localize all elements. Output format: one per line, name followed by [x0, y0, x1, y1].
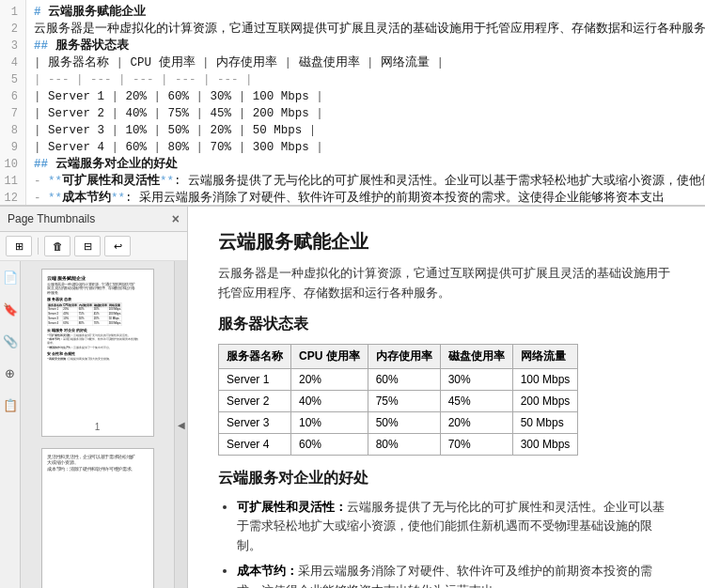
thumbnail-page-2[interactable]: 灵活性和灵活性，企业可以基于需求轻松地扩大或缩小资源。 成本节约：消除了硬件和软…: [41, 448, 154, 588]
thumb-content-1: 云端服务赋能企业 云服务器是一种虚拟化的计算资源，它通过互联网提供可扩展且灵活的…: [46, 273, 140, 363]
sidebar-header: Page Thumbnails ×: [0, 207, 187, 232]
table-cell: Server 3: [219, 411, 291, 433]
table-cell: 10%: [291, 411, 368, 433]
sidebar-toolbar: ⊞ 🗑 ⊟ ↩: [0, 232, 187, 261]
code-line: | 服务器名称 | CPU 使用率 | 内存使用率 | 磁盘使用率 | 网络流量…: [34, 54, 697, 71]
code-line: ## 服务器状态表: [34, 38, 697, 54]
code-area[interactable]: # 云端服务赋能企业云服务器是一种虚拟化的计算资源，它通过互联网提供可扩展且灵活…: [26, 0, 705, 205]
table-row: Server 460%80%70%300 Mbps: [219, 433, 578, 455]
table-cell: 80%: [368, 433, 440, 455]
table-body: Server 120%60%30%100 MbpsServer 240%75%4…: [219, 368, 578, 455]
table-row: Server 310%50%20%50 Mbps: [219, 411, 578, 433]
code-line: | Server 4 | 60% | 80% | 70% | 300 Mbps …: [34, 139, 697, 156]
code-line: | Server 2 | 40% | 75% | 45% | 200 Mbps …: [34, 105, 697, 122]
toolbar-separator: [38, 238, 39, 255]
columns-icon: ⊟: [84, 240, 92, 253]
line-number: 3: [0, 38, 22, 54]
table-cell: 60%: [368, 368, 440, 390]
page-number-1: 1: [46, 422, 149, 432]
preview-intro: 云服务器是一种虚拟化的计算资源，它通过互联网提供可扩展且灵活的基础设施用于托管应…: [218, 264, 675, 303]
benefits-list: 可扩展性和灵活性：云端服务提供了无与伦比的可扩展性和灵活性。企业可以基于需求轻松…: [237, 498, 675, 588]
sidebar-close-button[interactable]: ×: [172, 212, 180, 225]
table-header-cell: 内存使用率: [368, 344, 440, 368]
line-number: 4: [0, 54, 22, 71]
sidebar: Page Thumbnails × ⊞ 🗑 ⊟ ↩: [0, 207, 188, 588]
delete-button[interactable]: 🗑: [44, 236, 70, 256]
table-header-cell: 磁盘使用率: [440, 344, 512, 368]
columns-button[interactable]: ⊟: [74, 236, 101, 256]
line-number: 2: [0, 21, 22, 38]
table-cell: 70%: [440, 433, 512, 455]
preview-table: 服务器名称CPU 使用率内存使用率磁盘使用率网络流量 Server 120%60…: [218, 344, 578, 456]
thumb-content-2: 灵活性和灵活性，企业可以基于需求轻松地扩大或缩小资源。 成本节约：消除了硬件和软…: [46, 453, 140, 474]
line-number: 8: [0, 122, 22, 139]
line-number: 10: [0, 156, 22, 173]
table-header-cell: CPU 使用率: [291, 344, 368, 368]
table-cell: 60%: [291, 433, 368, 455]
code-line: # 云端服务赋能企业: [34, 4, 697, 21]
content-icon[interactable]: 📋: [2, 396, 19, 413]
table-cell: Server 1: [219, 368, 291, 390]
table-cell: 45%: [440, 390, 512, 411]
table-cell: 50 Mbps: [512, 411, 578, 433]
line-number: 9: [0, 139, 22, 156]
thumbnail-page-1[interactable]: 云端服务赋能企业 云服务器是一种虚拟化的计算资源，它通过互联网提供可扩展且灵活的…: [41, 269, 154, 437]
bottom-pane: Page Thumbnails × ⊞ 🗑 ⊟ ↩: [0, 207, 705, 588]
preview-title: 云端服务赋能企业: [218, 229, 675, 255]
thumbnail-inner-2: 灵活性和灵活性，企业可以基于需求轻松地扩大或缩小资源。 成本节约：消除了硬件和软…: [46, 453, 149, 588]
editor-content: 1234567891011121314151617 # 云端服务赋能企业云服务器…: [0, 0, 705, 205]
table-header-row: 服务器名称CPU 使用率内存使用率磁盘使用率网络流量: [219, 344, 578, 368]
code-line: | Server 3 | 10% | 50% | 20% | 50 Mbps |: [34, 122, 697, 139]
table-cell: 20%: [440, 411, 512, 433]
line-number: 7: [0, 105, 22, 122]
sidebar-title: Page Thumbnails: [8, 212, 166, 225]
benefit-item: 成本节约：采用云端服务消除了对硬件、软件许可及维护的前期资本投资的需求。这使得企…: [237, 562, 675, 588]
code-line: 云服务器是一种虚拟化的计算资源，它通过互联网提供可扩展且灵活的基础设施用于托管应…: [34, 21, 697, 38]
table-cell: 40%: [291, 390, 368, 411]
benefit-bold: 可扩展性和灵活性：: [237, 500, 347, 514]
table-row: Server 120%60%30%100 Mbps: [219, 368, 578, 390]
code-line: - **可扩展性和灵活性**: 云端服务提供了无与伦比的可扩展性和灵活性。企业可…: [34, 173, 697, 190]
line-number: 12: [0, 190, 22, 207]
line-number: 6: [0, 88, 22, 105]
line-number: 5: [0, 71, 22, 88]
preview-pane[interactable]: 云端服务赋能企业 云服务器是一种虚拟化的计算资源，它通过互联网提供可扩展且灵活的…: [188, 207, 705, 588]
thumbnail-area[interactable]: 云端服务赋能企业 云服务器是一种虚拟化的计算资源，它通过互联网提供可扩展且灵活的…: [21, 261, 174, 588]
grid-icon: ⊞: [15, 240, 24, 253]
table-cell: Server 4: [219, 433, 291, 455]
table-cell: 50%: [368, 411, 440, 433]
benefits-title: 云端服务对企业的好处: [218, 469, 675, 488]
thumbnail-inner-1: 云端服务赋能企业 云服务器是一种虚拟化的计算资源，它通过互联网提供可扩展且灵活的…: [46, 273, 149, 419]
preview-table-title: 服务器状态表: [218, 315, 675, 334]
sidebar-main: 📄 🔖 📎 ⊕ 📋 云端服务赋能企业 云服务器是一种虚拟化的计算资源，它通过互联…: [0, 261, 187, 588]
table-cell: 300 Mbps: [512, 433, 578, 455]
line-numbers: 1234567891011121314151617: [0, 0, 26, 205]
code-line: ## 云端服务对企业的好处: [34, 156, 697, 173]
layers-icon[interactable]: ⊕: [2, 364, 19, 381]
table-header-cell: 服务器名称: [219, 344, 291, 368]
table-cell: Server 2: [219, 390, 291, 411]
editor-pane: 1234567891011121314151617 # 云端服务赋能企业云服务器…: [0, 0, 705, 207]
delete-icon: 🗑: [53, 240, 63, 252]
table-cell: 30%: [440, 368, 512, 390]
attachments-icon[interactable]: 📎: [2, 333, 19, 349]
main-container: 1234567891011121314151617 # 云端服务赋能企业云服务器…: [0, 0, 705, 588]
bookmarks-icon[interactable]: 🔖: [2, 301, 19, 317]
undo-icon: ↩: [114, 240, 122, 253]
collapse-sidebar-button[interactable]: ◀: [174, 261, 187, 588]
pages-icon[interactable]: 📄: [2, 269, 19, 286]
table-cell: 20%: [291, 368, 368, 390]
grid-view-button[interactable]: ⊞: [6, 236, 32, 256]
sidebar-left-icons: 📄 🔖 📎 ⊕ 📋: [0, 261, 21, 588]
table-header-cell: 网络流量: [512, 344, 578, 368]
line-number: 11: [0, 173, 22, 190]
table-cell: 100 Mbps: [512, 368, 578, 390]
undo-button[interactable]: ↩: [104, 236, 131, 256]
code-line: | --- | --- | --- | --- | --- |: [34, 71, 697, 88]
collapse-icon: ◀: [178, 420, 185, 430]
benefit-bold: 成本节约：: [237, 564, 298, 578]
line-number: 1: [0, 4, 22, 21]
table-cell: 200 Mbps: [512, 390, 578, 411]
benefit-item: 可扩展性和灵活性：云端服务提供了无与伦比的可扩展性和灵活性。企业可以基于需求轻松…: [237, 498, 675, 556]
code-line: | Server 1 | 20% | 60% | 30% | 100 Mbps …: [34, 88, 697, 105]
